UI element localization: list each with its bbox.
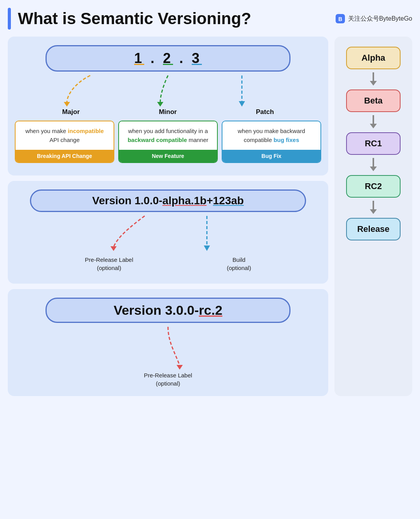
major-info-box: when you make incompatible API change Br…: [15, 121, 114, 163]
prerelease-label: Pre-Release Label (optional): [85, 256, 133, 272]
prerelease-underline: alpha.1b: [163, 195, 207, 207]
page-title: What is Semantic Versioning?: [18, 9, 251, 28]
section-major-minor-patch: 1 . 2 . 3 Major Minor: [8, 37, 328, 175]
svg-marker-3: [157, 102, 163, 107]
page-header: What is Semantic Versioning? B 关注公众号Byte…: [8, 8, 412, 30]
section-prerelease-build: Version 1.0.0-alpha.1b+123ab Pre-Release…: [8, 181, 328, 284]
version-badge-2: Version 1.0.0-alpha.1b+123ab: [30, 189, 306, 212]
brand-text: 关注公众号ByteByteGo: [348, 15, 412, 23]
rc-underline: rc.2: [199, 303, 222, 317]
prerelease-build-labels: Pre-Release Label (optional) Build (opti…: [15, 252, 321, 275]
version-badge-3: Version 3.0.0-rc.2: [46, 298, 290, 323]
svg-text:B: B: [338, 16, 342, 22]
arrows-svg-2: [15, 216, 321, 251]
arrow-beta-rc1: [368, 115, 379, 129]
info-boxes-row: when you make incompatible API change Br…: [15, 121, 321, 163]
arrows-svg-3: [15, 327, 321, 370]
minor-label: Minor: [159, 108, 177, 116]
arrow-alpha-beta: [368, 72, 379, 86]
bug-fixes-text: bug fixes: [273, 137, 299, 143]
left-column: 1 . 2 . 3 Major Minor: [8, 37, 328, 396]
major-footer: Breaking API Change: [16, 150, 114, 162]
release-stage-rc1: RC1: [346, 132, 401, 155]
version-badge-1: 1 . 2 . 3: [46, 45, 290, 72]
major-description: when you make incompatible API change: [16, 121, 114, 150]
svg-marker-5: [239, 101, 245, 107]
rc-prerelease-label: Pre-Release Label (optional): [15, 371, 321, 387]
brand-icon: B: [335, 13, 346, 24]
minor-description: when you add functionality in a backward…: [119, 121, 217, 150]
version-major-num: 1: [134, 50, 144, 66]
patch-info-box: when you make backward compatible bug fi…: [222, 121, 321, 163]
version-labels-row: Major Minor Patch: [15, 108, 321, 116]
patch-description: when you make backward compatible bug fi…: [222, 121, 320, 150]
arrow-rc2-release: [368, 201, 379, 215]
backward-compatible-text: backward compatible: [128, 137, 187, 143]
release-stage-release: Release: [346, 218, 401, 240]
release-stage-beta: Beta: [346, 89, 401, 112]
arrow-rc1-rc2: [368, 158, 379, 172]
svg-marker-9: [177, 365, 183, 370]
svg-marker-8: [204, 245, 210, 251]
release-stage-alpha: Alpha: [346, 47, 401, 69]
patch-label: Patch: [256, 108, 274, 116]
main-layout: 1 . 2 . 3 Major Minor: [8, 37, 412, 396]
brand-label: B 关注公众号ByteByteGo: [335, 13, 412, 24]
title-accent-bar: [8, 8, 11, 30]
build-underline: 123ab: [213, 195, 244, 207]
incompatible-text: incompatible: [68, 128, 104, 134]
patch-footer: Bug Fix: [222, 150, 320, 162]
version-dot2: .: [179, 50, 192, 66]
version-dot1: .: [150, 50, 163, 66]
minor-info-box: when you add functionality in a backward…: [118, 121, 218, 163]
version-patch-num: 3: [192, 50, 202, 66]
svg-marker-6: [110, 246, 117, 251]
version-minor-num: 2: [163, 50, 173, 66]
release-stage-rc2: RC2: [346, 175, 401, 198]
arrows-svg-1: [15, 75, 321, 107]
svg-marker-2: [64, 102, 70, 107]
section-rc: Version 3.0.0-rc.2 Pre-Release Label (op…: [8, 289, 328, 396]
build-label: Build (optional): [227, 256, 251, 272]
minor-footer: New Feature: [119, 150, 217, 162]
major-label: Major: [62, 108, 80, 116]
right-column: Alpha Beta RC1 RC2 Release: [334, 37, 412, 396]
